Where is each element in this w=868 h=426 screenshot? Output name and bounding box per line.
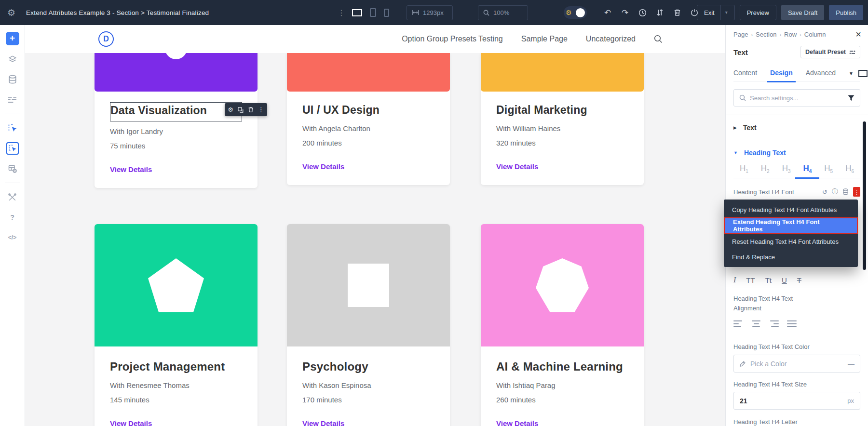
- tab-advanced[interactable]: Advanced: [806, 69, 836, 78]
- breadcrumb-row[interactable]: Row: [784, 31, 797, 38]
- course-card-psychology: Psychology With Kason Espinosa 170 minut…: [287, 224, 450, 426]
- strikethrough-icon[interactable]: T: [797, 276, 801, 284]
- hover-mode-cursor-icon[interactable]: [6, 122, 19, 134]
- canvas-zoom-field[interactable]: [478, 5, 528, 20]
- close-panel-icon[interactable]: ×: [855, 29, 861, 40]
- exit-button[interactable]: Exit ▾: [697, 5, 735, 20]
- panel-scrollbar[interactable]: [863, 121, 866, 270]
- nav-item-option-group-presets-testing[interactable]: Option Group Presets Testing: [402, 35, 503, 43]
- database-icon[interactable]: [6, 73, 19, 86]
- tab-content[interactable]: Content: [733, 69, 757, 78]
- menu-item-reset-attributes[interactable]: Reset Heading Text H4 Font Attributes: [724, 234, 858, 249]
- font-field-label: Heading Text H4 Font: [733, 188, 794, 196]
- selected-heading-outline[interactable]: Data Visualization: [110, 102, 242, 121]
- help-icon[interactable]: ?: [6, 211, 19, 224]
- breadcrumb-section[interactable]: Section: [756, 31, 776, 38]
- tab-h3[interactable]: H3: [776, 162, 797, 178]
- responsive-caret-icon[interactable]: ▼: [849, 71, 854, 76]
- sort-arrows-icon[interactable]: [654, 9, 665, 16]
- capitalize-icon[interactable]: Tt: [765, 276, 772, 284]
- phone-view-icon[interactable]: [384, 9, 389, 17]
- view-details-link[interactable]: View Details: [302, 162, 434, 171]
- site-logo[interactable]: D: [98, 31, 114, 47]
- tab-h4[interactable]: H4: [797, 162, 818, 178]
- view-details-link[interactable]: View Details: [110, 165, 242, 173]
- uppercase-icon[interactable]: TT: [746, 276, 755, 284]
- preview-button[interactable]: Preview: [740, 5, 776, 20]
- trash-icon[interactable]: [672, 9, 682, 16]
- card-title: UI / UX Design: [302, 104, 434, 117]
- history-clock-icon[interactable]: [637, 9, 648, 17]
- exit-dropdown-caret-icon[interactable]: ▾: [720, 5, 728, 20]
- align-left-icon[interactable]: [733, 320, 743, 328]
- save-draft-label: Save Draft: [788, 9, 817, 16]
- section-toggle-heading-text[interactable]: ▼ Heading Text: [726, 140, 868, 165]
- info-icon[interactable]: ⓘ: [832, 187, 838, 196]
- search-icon: [739, 94, 746, 101]
- align-justify-icon[interactable]: [787, 320, 797, 328]
- layers-icon[interactable]: [6, 53, 19, 66]
- canvas-width-field[interactable]: [407, 5, 453, 20]
- default-preset-button[interactable]: Default Preset: [800, 46, 860, 58]
- view-details-link[interactable]: View Details: [110, 419, 242, 426]
- canvas-width-input[interactable]: [423, 9, 450, 16]
- page-settings-history-icon[interactable]: [6, 162, 19, 175]
- tab-design[interactable]: Design: [770, 69, 793, 78]
- desktop-view-icon[interactable]: [352, 9, 362, 16]
- tab-h6[interactable]: H6: [839, 162, 860, 178]
- undo-icon[interactable]: ↶: [602, 8, 613, 18]
- layout-rows-icon[interactable]: [6, 93, 19, 106]
- settings-search-input[interactable]: [750, 94, 844, 102]
- menu-item-extend-attributes-highlighted[interactable]: Extend Heading Text H4 Font Attributes: [724, 217, 858, 234]
- click-mode-cursor-icon[interactable]: [6, 142, 19, 155]
- desktop-frame-icon[interactable]: [858, 70, 868, 77]
- builder-settings-gear-icon[interactable]: ⚙: [7, 7, 15, 18]
- save-draft-button[interactable]: Save Draft: [781, 5, 824, 20]
- publish-button[interactable]: Publish: [829, 5, 863, 20]
- theme-toggle[interactable]: ⚙: [564, 6, 587, 19]
- topbar-kebab-icon[interactable]: ⋮: [338, 8, 342, 17]
- settings-panel: Page› Section› Row› Column × Text Defaul…: [725, 25, 868, 426]
- breadcrumb-column[interactable]: Column: [804, 31, 826, 38]
- text-size-input[interactable]: [740, 397, 847, 405]
- color-clear-dash-icon[interactable]: —: [848, 360, 854, 368]
- tab-h5[interactable]: H5: [818, 162, 839, 178]
- presets-database-icon[interactable]: [842, 188, 849, 195]
- view-details-link[interactable]: View Details: [302, 419, 434, 426]
- site-search-icon[interactable]: [654, 35, 663, 43]
- align-right-icon[interactable]: [769, 320, 779, 328]
- tablet-view-icon[interactable]: [370, 8, 376, 17]
- module-duplicate-icon[interactable]: [238, 107, 244, 113]
- view-details-link[interactable]: View Details: [496, 419, 628, 426]
- redo-icon[interactable]: ↷: [620, 8, 630, 18]
- align-center-icon[interactable]: [751, 320, 761, 328]
- document-title: Extend Attributes Example 3 - Section > …: [26, 9, 209, 16]
- underline-icon[interactable]: U: [782, 276, 787, 284]
- menu-item-copy-attributes[interactable]: Copy Heading Text H4 Font Attributes: [724, 202, 858, 217]
- module-trash-icon[interactable]: [248, 106, 254, 113]
- canvas-zoom-input[interactable]: [493, 9, 520, 16]
- section-toggle-text[interactable]: ▶ Text: [726, 115, 868, 140]
- card-instructor: With Angela Charlton: [302, 124, 434, 133]
- color-picker-field[interactable]: Pick a Color —: [733, 355, 860, 373]
- italic-icon[interactable]: I: [733, 276, 736, 284]
- field-option-icons: ↺ ⓘ ⋮: [822, 187, 860, 197]
- option-kebab-icon-highlighted[interactable]: ⋮: [853, 187, 860, 197]
- course-card-digital-marketing: Digital Marketing With William Haines 32…: [481, 53, 644, 185]
- module-settings-gear-icon[interactable]: ⚙: [228, 106, 233, 113]
- nav-item-sample-page[interactable]: Sample Page: [521, 35, 568, 43]
- tools-icon[interactable]: [6, 191, 19, 203]
- view-details-link[interactable]: View Details: [496, 162, 628, 171]
- filter-funnel-icon[interactable]: [848, 95, 854, 101]
- breadcrumb-page[interactable]: Page: [733, 31, 748, 38]
- nav-item-uncategorized[interactable]: Uncategorized: [586, 35, 636, 43]
- reset-icon[interactable]: ↺: [822, 188, 827, 196]
- tab-h1[interactable]: H1: [733, 162, 755, 178]
- card-duration: 200 minutes: [302, 139, 434, 147]
- code-icon[interactable]: </>: [6, 231, 19, 244]
- card-instructor: With William Haines: [496, 124, 628, 133]
- module-kebab-icon[interactable]: ⋮: [258, 106, 264, 113]
- menu-item-find-replace[interactable]: Find & Replace: [724, 249, 858, 265]
- tab-h2[interactable]: H2: [755, 162, 776, 178]
- add-module-button[interactable]: +: [6, 32, 19, 45]
